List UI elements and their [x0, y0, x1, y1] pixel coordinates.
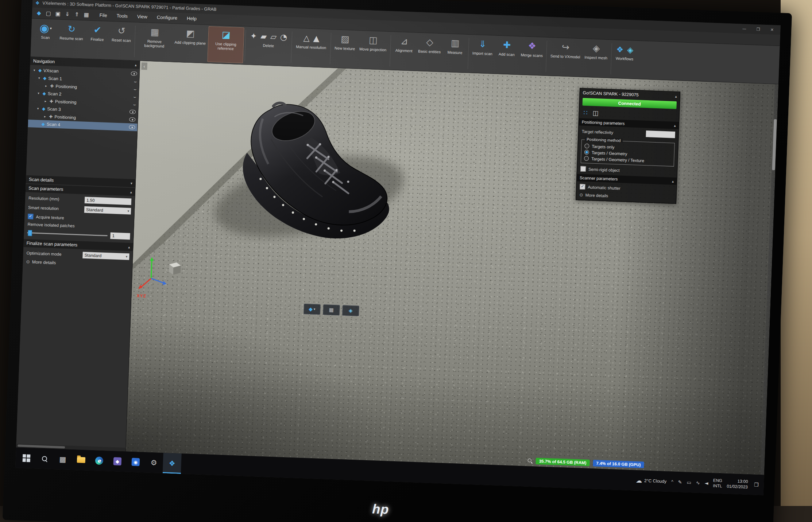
delete-polygon-icon[interactable]: ▱: [270, 32, 277, 42]
radio-icon[interactable]: [584, 144, 589, 148]
delete-circle-icon[interactable]: ◔: [280, 32, 287, 42]
vxelements-taskbar-button[interactable]: ❖: [163, 453, 182, 474]
scan-view-button[interactable]: ◆ ▾: [303, 304, 321, 315]
decrease-resolution-icon[interactable]: △: [303, 33, 310, 43]
visibility-eye-icon[interactable]: [129, 110, 136, 114]
slider-handle[interactable]: [28, 230, 32, 236]
start-button[interactable]: [17, 447, 36, 468]
basic-entities-button[interactable]: ◇ Basic entities: [415, 34, 443, 71]
open-session-icon[interactable]: ▣: [53, 10, 63, 17]
visibility-curve-icon[interactable]: ⌣: [134, 79, 137, 84]
expand-icon[interactable]: ▾: [36, 106, 40, 110]
menu-configure[interactable]: Configure: [152, 12, 182, 24]
settings-button[interactable]: ⚙: [144, 452, 163, 473]
notification-center-icon[interactable]: ❐: [753, 482, 759, 488]
pinned-app-button-2[interactable]: ◉: [126, 451, 145, 472]
inspect-mesh-button[interactable]: ◈ Inspect mesh: [582, 40, 610, 77]
menu-help[interactable]: Help: [182, 13, 202, 24]
visibility-curve-icon[interactable]: ⌣: [133, 102, 136, 107]
visibility-eye-icon[interactable]: [131, 71, 137, 76]
scanned-shoe-model[interactable]: [191, 81, 421, 249]
export-session-icon[interactable]: ⇑: [72, 11, 82, 18]
chevron-down-icon[interactable]: ▾: [131, 181, 132, 185]
task-view-button[interactable]: ▦: [53, 449, 72, 470]
delete-rect-icon[interactable]: ▰: [260, 32, 267, 41]
expand-icon[interactable]: ▾: [32, 68, 36, 72]
chevron-up-icon[interactable]: ▴: [675, 94, 677, 98]
workflow-mesh-icon[interactable]: ◈: [627, 45, 634, 54]
merge-scans-button[interactable]: ❖ Merge scans: [518, 38, 546, 74]
delete-free-icon[interactable]: ✦: [250, 31, 257, 41]
resolution-input[interactable]: 1.50: [85, 197, 132, 205]
minimize-button[interactable]: —: [739, 26, 750, 31]
resume-scan-button[interactable]: ↻ Resume scan: [57, 21, 86, 58]
battery-icon[interactable]: ▭: [687, 479, 691, 485]
send-to-vxmodel-button[interactable]: ↪ Send to VXmodel: [548, 39, 583, 75]
collapse-icon[interactable]: ▴: [135, 63, 137, 67]
viewport-3d[interactable]: ‹ XYZ: [126, 61, 778, 475]
menu-tools[interactable]: Tools: [112, 10, 132, 22]
visibility-curve-icon[interactable]: ⌣: [133, 94, 136, 99]
weather-widget[interactable]: ☁ 2°C Cloudy: [636, 477, 667, 485]
expand-icon[interactable]: ▸: [43, 114, 47, 118]
radio-icon-selected[interactable]: [584, 150, 589, 155]
alignment-button[interactable]: ⊿ Alignment: [391, 33, 417, 69]
new-session-icon[interactable]: ▢: [43, 10, 53, 17]
visibility-eye-icon[interactable]: [129, 117, 135, 122]
edge-button[interactable]: e: [90, 450, 109, 471]
expand-icon[interactable]: ▾: [36, 91, 41, 95]
capture-icon[interactable]: ▦: [81, 11, 91, 18]
reset-scan-button[interactable]: ↺ Reset scan: [109, 23, 134, 59]
visibility-curve-icon[interactable]: ⌣: [134, 86, 136, 91]
remove-isolated-patches-input[interactable]: 1: [110, 232, 130, 239]
expand-icon[interactable]: ▾: [37, 76, 41, 79]
visibility-eye-icon[interactable]: [129, 125, 135, 129]
maximize-button[interactable]: ❐: [753, 27, 763, 32]
measure-button[interactable]: ▥ Measure: [442, 35, 468, 71]
tray-overflow-chevron[interactable]: ^: [671, 479, 673, 484]
vxelements-logo-icon[interactable]: ◆: [34, 9, 44, 16]
finalize-button[interactable]: ✔ Finalize: [85, 22, 110, 58]
optimization-mode-select[interactable]: Standard▾: [82, 252, 129, 260]
save-session-icon[interactable]: ⇓: [62, 11, 72, 17]
volume-icon[interactable]: ◄: [704, 480, 708, 486]
smart-resolution-select[interactable]: Standard▾: [84, 206, 131, 215]
semi-rigid-object-checkbox[interactable]: [580, 166, 586, 172]
target-reflectivity-input[interactable]: [646, 130, 675, 138]
model-view-button[interactable]: ◈: [342, 305, 359, 316]
chevron-up-icon[interactable]: ▴: [672, 179, 674, 183]
close-button[interactable]: ✕: [766, 27, 777, 32]
pen-icon[interactable]: ✎: [678, 479, 682, 484]
taskbar-search-button[interactable]: [35, 448, 54, 469]
scan-button[interactable]: ◉▾ Scan: [33, 20, 58, 56]
menu-view[interactable]: View: [132, 11, 152, 23]
taskbar-clock[interactable]: 13:00 01/02/2023: [727, 478, 748, 490]
language-indicator[interactable]: ENG INTL: [713, 478, 722, 489]
targets-icon[interactable]: ∷: [583, 109, 588, 116]
pinned-app-button-1[interactable]: ◆: [108, 451, 127, 472]
acquire-texture-checkbox[interactable]: ✓: [28, 214, 34, 219]
chevron-up-icon[interactable]: ▴: [128, 245, 130, 249]
add-scan-button[interactable]: ✚ Add scan: [494, 37, 519, 73]
scanner-more-details-link[interactable]: ⊙ More details: [579, 192, 673, 200]
expand-icon[interactable]: ▸: [43, 99, 48, 103]
move-projection-button[interactable]: ◫ Move projection: [356, 32, 389, 69]
menu-file[interactable]: File: [94, 9, 112, 21]
workflow-scan-icon[interactable]: ❖: [616, 44, 624, 54]
remove-isolated-patches-slider[interactable]: [27, 230, 107, 238]
chevron-up-icon[interactable]: ▴: [674, 123, 676, 127]
increase-resolution-icon[interactable]: ▲: [313, 34, 320, 43]
expand-icon[interactable]: ▸: [44, 84, 48, 87]
more-details-link[interactable]: ⊙ More details: [26, 259, 129, 268]
remove-background-button[interactable]: ▦ Remove background: [136, 24, 173, 61]
use-clipping-reference-button[interactable]: ◪ Use clipping reference: [207, 26, 244, 63]
radio-icon[interactable]: [584, 156, 589, 161]
file-explorer-button[interactable]: [71, 449, 90, 471]
split-view-button[interactable]: ▦: [323, 304, 340, 315]
new-texture-button[interactable]: ▨ New texture: [332, 31, 358, 67]
add-clipping-plane-button[interactable]: ◩ Add clipping plane: [171, 25, 208, 62]
model-box-icon[interactable]: ◫: [592, 109, 599, 117]
import-scan-button[interactable]: ⇓ Import scan: [469, 36, 495, 72]
chevron-up-icon[interactable]: ▴: [130, 190, 132, 194]
panel-collapse-chevron[interactable]: ‹: [141, 62, 147, 70]
